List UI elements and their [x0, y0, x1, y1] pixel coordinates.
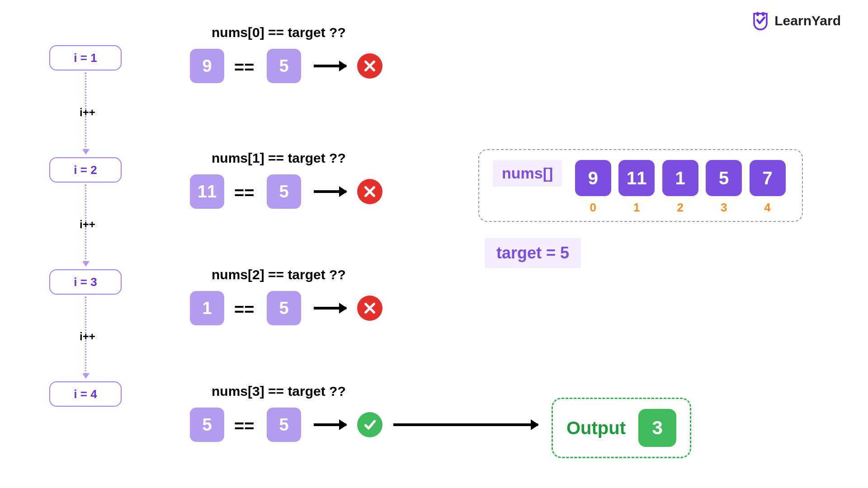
iter-label-4: i = 4 — [74, 387, 97, 401]
cmp-arrow-3 — [314, 423, 346, 424]
array-item-3: 53 — [706, 160, 742, 215]
iter-node-3: i = 3 — [49, 269, 122, 295]
cross-icon — [357, 179, 382, 204]
output-arrow — [393, 423, 538, 424]
brand-name: LearnYard — [774, 13, 841, 28]
cmp-right-2: 5 — [267, 291, 301, 325]
array-item-1: 111 — [618, 160, 655, 215]
cmp-title-1: nums[1] == target ?? — [212, 150, 346, 166]
iter-node-2: i = 2 — [49, 157, 122, 183]
brand-shield-icon — [751, 11, 770, 30]
iter-node-4: i = 4 — [49, 381, 122, 407]
cmp-title-2: nums[2] == target ?? — [212, 267, 346, 282]
brand-logo: LearnYard — [751, 11, 841, 30]
cmp-left-0: 9 — [190, 49, 224, 83]
cmp-title-3: nums[3] == target ?? — [212, 384, 346, 399]
array-item-4: 74 — [750, 160, 786, 215]
iter-node-1: i = 1 — [49, 45, 122, 70]
cmp-arrow-2 — [314, 307, 346, 308]
iter-inc-3: i++ — [80, 330, 95, 343]
cmp-right-3: 5 — [267, 408, 301, 442]
cmp-arrow-1 — [314, 190, 346, 191]
cmp-right-1: 5 — [267, 174, 301, 209]
cmp-op-1: == — [234, 183, 254, 203]
cmp-left-3: 5 — [190, 408, 224, 442]
cmp-op-3: == — [234, 417, 254, 436]
iter-label-2: i = 2 — [74, 163, 97, 177]
array-label: nums[] — [493, 160, 562, 187]
cmp-op-0: == — [234, 58, 254, 77]
output-panel: Output 3 — [552, 398, 691, 458]
svg-rect-1 — [762, 12, 764, 16]
array-item-2: 12 — [662, 160, 698, 215]
array-panel: nums[] 90 111 12 53 74 — [478, 149, 803, 222]
iter-label-3: i = 3 — [74, 275, 97, 289]
iter-label-1: i = 1 — [74, 51, 97, 65]
cmp-title-0: nums[0] == target ?? — [212, 25, 346, 40]
cmp-left-1: 11 — [190, 174, 224, 209]
target-chip: target = 5 — [485, 238, 581, 268]
svg-rect-0 — [757, 12, 759, 16]
cross-icon — [357, 296, 382, 321]
cmp-left-2: 1 — [190, 291, 224, 325]
iter-inc-2: i++ — [80, 218, 95, 231]
cmp-right-0: 5 — [267, 49, 301, 83]
cmp-arrow-0 — [314, 65, 346, 66]
output-value: 3 — [638, 409, 676, 447]
iter-inc-1: i++ — [80, 106, 95, 119]
cross-icon — [357, 53, 382, 79]
output-label: Output — [566, 418, 626, 438]
check-icon — [357, 412, 382, 437]
array-item-0: 90 — [575, 160, 611, 215]
cmp-op-2: == — [234, 300, 254, 319]
